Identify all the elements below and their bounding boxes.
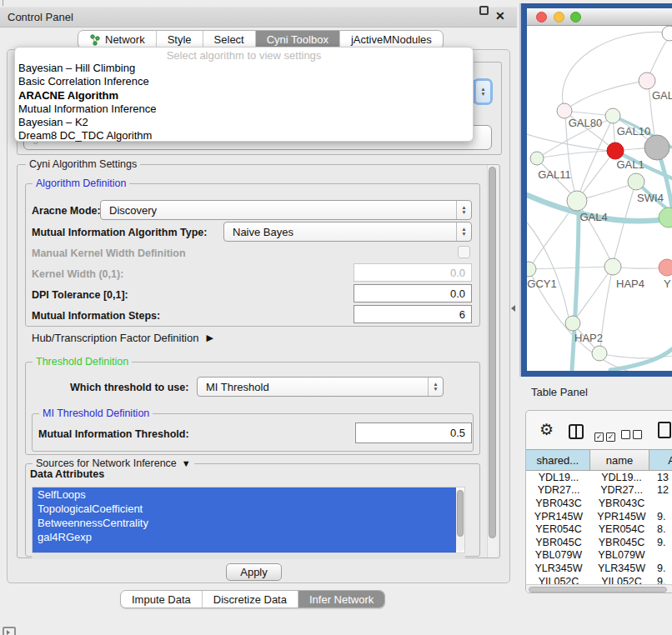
mi-steps-field[interactable]: 6: [354, 305, 472, 323]
which-threshold-combo[interactable]: MI Threshold ▲▼: [197, 377, 444, 397]
document-icon[interactable]: [658, 422, 671, 438]
node-label: GCY1: [527, 278, 556, 290]
table-row[interactable]: YDR27...YDR27...12: [526, 484, 672, 498]
node-label: GAL10: [617, 125, 650, 138]
manual-kernel-width-label: Manual Kernel Width Definition: [32, 248, 186, 259]
data-attributes-label: Data Attributes: [30, 468, 104, 480]
close-panel-icon[interactable]: ✕: [495, 9, 505, 22]
attributes-scrollbar-thumb[interactable]: [457, 490, 464, 537]
table-row[interactable]: YBR045CYBR045C9.: [526, 536, 672, 549]
column-header-shared-name[interactable]: shared...: [526, 450, 590, 470]
network-view-window: GAL GAL80 GAL10 GAL1 GAL11 SWI4 GAL4 GCY…: [521, 3, 672, 377]
top-edge-tick: [3, 0, 3, 6]
tab-infer-network[interactable]: Infer Network: [298, 591, 384, 608]
network-node[interactable]: [628, 173, 644, 190]
network-node[interactable]: [565, 316, 580, 331]
combo-stepper-icon: ▲▼: [456, 201, 471, 219]
table-row[interactable]: YER054CYER054C8.: [526, 522, 672, 536]
table-row[interactable]: YLR345WYLR345W9.: [526, 562, 672, 575]
dropdown-item[interactable]: Bayesian – Hill Climbing: [15, 62, 473, 75]
node-label: GAL1: [616, 158, 644, 171]
panel-divider-arrow[interactable]: [511, 305, 515, 312]
dpi-tolerance-field[interactable]: 0.0: [354, 284, 472, 302]
mi-threshold-field[interactable]: 0.5: [355, 422, 472, 443]
threshold-definition-title: Threshold Definition: [33, 356, 132, 368]
apply-button[interactable]: Apply: [226, 563, 282, 581]
aracne-mode-combo[interactable]: Discovery ▲▼: [100, 200, 472, 220]
deselect-all-rows-icon[interactable]: [621, 428, 644, 442]
network-window-titlebar[interactable]: [527, 8, 672, 26]
network-node[interactable]: [639, 72, 655, 89]
tab-style[interactable]: Style: [157, 31, 203, 48]
table-row[interactable]: YBR043CYBR043C: [526, 497, 672, 510]
tab-network-label: Network: [105, 33, 145, 46]
hub-definition-label: Hub/Transcription Factor Definition: [32, 332, 198, 344]
dropdown-item[interactable]: Mutual Information Inference: [15, 102, 473, 116]
tab-select[interactable]: Select: [203, 31, 256, 48]
node-label: GAL11: [538, 168, 571, 181]
network-node[interactable]: [530, 152, 544, 165]
table-row[interactable]: YPR145WYPR145W9.: [526, 510, 672, 523]
network-node[interactable]: [592, 346, 607, 361]
table-header-row: shared... name A: [526, 449, 672, 471]
column-header-name[interactable]: name: [590, 450, 650, 470]
network-node[interactable]: [659, 259, 672, 276]
manual-kernel-width-checkbox[interactable]: [458, 246, 470, 258]
network-node[interactable]: [605, 108, 620, 123]
settings-scrollbar-thumb[interactable]: [489, 167, 496, 538]
node-label: GAL: [652, 89, 672, 102]
hub-definition-expander[interactable]: Hub/Transcription Factor Definition ▶: [32, 332, 213, 344]
dropdown-item[interactable]: Basic Correlation Inference: [15, 75, 473, 88]
tab-cyni-toolbox[interactable]: Cyni Toolbox: [256, 31, 340, 48]
attribute-item-selected[interactable]: gal4RGexp: [33, 530, 456, 544]
network-node[interactable]: [662, 26, 672, 41]
network-canvas[interactable]: GAL GAL80 GAL10 GAL1 GAL11 SWI4 GAL4 GCY…: [527, 26, 672, 371]
tab-impute-data[interactable]: Impute Data: [121, 591, 203, 608]
unchecked-box-icon: [633, 430, 642, 439]
attribute-item-selected[interactable]: BetweennessCentrality: [33, 516, 456, 530]
table-hscrollbar[interactable]: [526, 584, 672, 593]
tab-network[interactable]: Network: [78, 31, 157, 48]
cyni-bottom-tabs: Impute Data Discretize Data Infer Networ…: [120, 590, 385, 608]
network-node[interactable]: [659, 208, 672, 228]
sources-hscrollbar[interactable]: [32, 554, 465, 559]
attribute-item-partial: [33, 544, 456, 553]
network-node[interactable]: [604, 258, 621, 275]
mi-threshold-label: Mutual Information Threshold:: [38, 428, 189, 440]
floating-panel-icon[interactable]: [3, 627, 16, 635]
float-panel-icon[interactable]: [479, 6, 489, 15]
aracne-mode-value: Discovery: [101, 204, 157, 217]
table-row[interactable]: YBL079WYBL079W: [526, 549, 672, 562]
mi-steps-label: Mutual Information Steps:: [32, 310, 160, 322]
table-row-partial[interactable]: YIL052CYIL052C9.: [526, 575, 672, 584]
dropdown-item[interactable]: Dream8 DC_TDC Algorithm: [15, 129, 473, 142]
mi-algorithm-type-value: Naive Bayes: [224, 226, 293, 238]
network-node[interactable]: [527, 262, 536, 277]
table-body: YDL19...YDL19...13 YDR27...YDR27...12 YB…: [526, 471, 672, 584]
gear-icon[interactable]: ⚙: [539, 420, 554, 439]
dropdown-item[interactable]: Bayesian – K2: [15, 116, 473, 129]
attribute-item-selected[interactable]: TopologicalCoefficient: [33, 502, 456, 516]
close-window-icon[interactable]: [536, 12, 547, 22]
sources-title[interactable]: Sources for Network Inference ▼: [33, 458, 194, 469]
network-node[interactable]: [644, 135, 669, 160]
table-hscrollbar-thumb[interactable]: [529, 587, 667, 592]
dropdown-item-selected[interactable]: ARACNE Algorithm: [15, 89, 473, 102]
minimize-window-icon[interactable]: [554, 12, 564, 22]
expander-expanded-icon: ▼: [182, 458, 191, 468]
select-all-rows-icon[interactable]: ✓✓: [594, 428, 618, 442]
zoom-window-icon[interactable]: [570, 12, 581, 22]
kernel-width-field[interactable]: 0.0: [354, 263, 472, 282]
tab-discretize-data[interactable]: Discretize Data: [203, 591, 298, 608]
column-view-icon[interactable]: [569, 424, 584, 439]
network-node[interactable]: [567, 191, 587, 211]
mi-algorithm-type-combo[interactable]: Naive Bayes ▲▼: [223, 222, 472, 242]
control-panel-titlebar: Control Panel: [0, 7, 517, 28]
combo-stepper-icon: ▲ ▼: [475, 81, 490, 102]
tab-jactivemnodules[interactable]: jActiveMNodules: [340, 31, 443, 48]
node-label: Y: [664, 278, 671, 290]
column-header-partial[interactable]: A: [649, 450, 672, 470]
network-node-selected[interactable]: [607, 142, 624, 159]
table-row[interactable]: YDL19...YDL19...13: [526, 471, 672, 484]
attribute-item-selected[interactable]: SelfLoops: [33, 488, 456, 502]
